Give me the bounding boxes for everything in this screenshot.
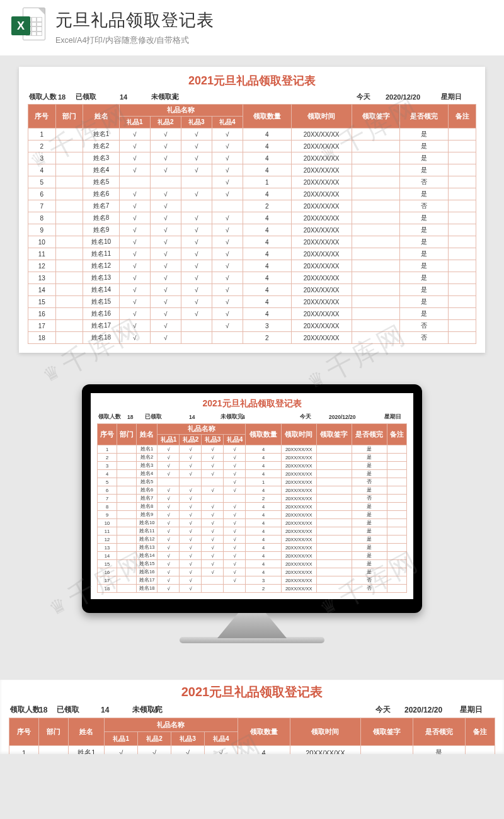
cell-gift1: √: [119, 140, 150, 152]
cell-gift1: √: [158, 495, 180, 503]
cell-note: [387, 454, 406, 462]
cell-name: 姓名15: [136, 560, 158, 568]
excel-file-icon: X: [11, 8, 45, 47]
cell-qty: 2: [246, 585, 281, 593]
cell-note: [449, 129, 476, 140]
cell-dept: [55, 164, 83, 176]
cell-gift1: √: [119, 320, 150, 332]
cell-qty: 4: [246, 486, 281, 495]
cell-dept: [117, 560, 136, 568]
cell-dept: [117, 527, 136, 536]
col-note: 备注: [465, 718, 495, 746]
col-dept: 部门: [39, 718, 69, 746]
table-row: 16 姓名16 √ √ √ √ 4 20XX/XX/XX 是: [98, 568, 407, 576]
cell-time: 20XX/XX/XX: [281, 552, 316, 560]
cell-gift2: √: [150, 129, 181, 140]
cell-name: 姓名1: [69, 746, 105, 755]
cell-dept: [55, 260, 83, 272]
cell-dept: [117, 544, 136, 552]
cell-gift1: √: [119, 308, 150, 320]
cell-qty: 4: [243, 236, 291, 248]
cell-dept: [55, 296, 83, 308]
col-gift4: 礼品4: [224, 435, 246, 445]
cell-seq: 2: [28, 140, 56, 152]
cell-qty: 4: [243, 212, 291, 224]
cell-gift1: √: [119, 129, 150, 140]
table-row: 16 姓名16 √ √ √ √ 4 20XX/XX/XX 是: [28, 308, 476, 320]
cell-sign: [352, 284, 400, 296]
label-done: 已领取: [76, 92, 120, 101]
col-note: 备注: [387, 424, 406, 445]
cell-qty: 4: [243, 308, 291, 320]
val-pending: 4: [242, 414, 280, 420]
cell-done: 是: [352, 568, 387, 576]
col-dept: 部门: [55, 105, 83, 129]
cell-seq: 16: [28, 308, 56, 320]
label-total: 领取人数: [98, 413, 127, 421]
cell-done: 是: [352, 462, 387, 470]
cell-gift2: √: [150, 284, 181, 296]
cell-gift2: √: [150, 152, 181, 164]
cell-gift4: √: [212, 140, 243, 152]
cell-gift4: √: [212, 129, 243, 140]
cell-dept: [55, 140, 83, 152]
cell-seq: 11: [98, 527, 117, 536]
cell-qty: 2: [243, 332, 291, 344]
cell-gift3: √: [181, 272, 212, 284]
cell-gift3: √: [202, 486, 224, 495]
cell-gift1: √: [158, 503, 180, 511]
cell-done: 是: [352, 552, 387, 560]
cell-gift3: [181, 176, 212, 188]
cell-time: 20XX/XX/XX: [281, 527, 316, 536]
cell-gift3: √: [181, 308, 212, 320]
label-total: 领取人数: [29, 92, 58, 101]
col-name: 姓名: [69, 718, 105, 746]
cell-name: 姓名5: [136, 478, 158, 486]
cell-name: 姓名4: [83, 164, 119, 176]
cell-done: 否: [400, 320, 449, 332]
label-weekday: 星期日: [441, 92, 475, 101]
cell-gift2: √: [180, 503, 202, 511]
cell-gift4: √: [212, 224, 243, 236]
cell-done: 是: [352, 445, 387, 454]
cell-dept: [55, 236, 83, 248]
cell-gift4: √: [224, 445, 246, 454]
cell-gift1: √: [119, 332, 150, 344]
cell-sign: [352, 272, 400, 284]
cell-time: 20XX/XX/XX: [290, 746, 361, 755]
cell-qty: 3: [246, 576, 281, 585]
cell-dept: [55, 176, 83, 188]
cell-gift4: √: [212, 164, 243, 176]
cell-qty: 4: [246, 503, 281, 511]
col-name: 姓名: [136, 424, 158, 445]
cell-sign: [352, 152, 400, 164]
cell-done: 是: [352, 470, 387, 478]
cell-done: 是: [352, 454, 387, 462]
cell-gift2: √: [180, 486, 202, 495]
cell-gift2: √: [150, 140, 181, 152]
cell-name: 姓名17: [83, 320, 119, 332]
cell-gift1: √: [158, 568, 180, 576]
cell-sign: [316, 462, 352, 470]
cell-note: [387, 576, 406, 585]
cell-seq: 18: [28, 332, 56, 344]
cell-gift4: √: [212, 248, 243, 260]
cell-done: 是: [400, 164, 449, 176]
template-subtitle: Excel/A4打印/内容随意修改/自带格式: [55, 35, 493, 46]
table-row: 12 姓名12 √ √ √ √ 4 20XX/XX/XX 是: [98, 536, 407, 544]
cell-gift4: √: [204, 746, 238, 755]
cell-gift3: √: [181, 260, 212, 272]
cell-gift4: √: [212, 308, 243, 320]
summary-row: 领取人数 18 已领取 14 未领取完 4 今天 2020/12/20 星期日: [9, 703, 495, 718]
cell-name: 姓名3: [136, 462, 158, 470]
sheet-title: 2021元旦礼品领取登记表: [97, 398, 407, 410]
cell-note: [449, 272, 476, 284]
cell-gift2: √: [150, 236, 181, 248]
cell-name: 姓名12: [83, 260, 119, 272]
cell-gift1: √: [158, 527, 180, 536]
cell-sign: [316, 576, 352, 585]
cell-gift3: √: [171, 746, 204, 755]
cell-done: 是: [352, 503, 387, 511]
cell-gift1: √: [119, 260, 150, 272]
cell-gift3: [202, 585, 224, 593]
